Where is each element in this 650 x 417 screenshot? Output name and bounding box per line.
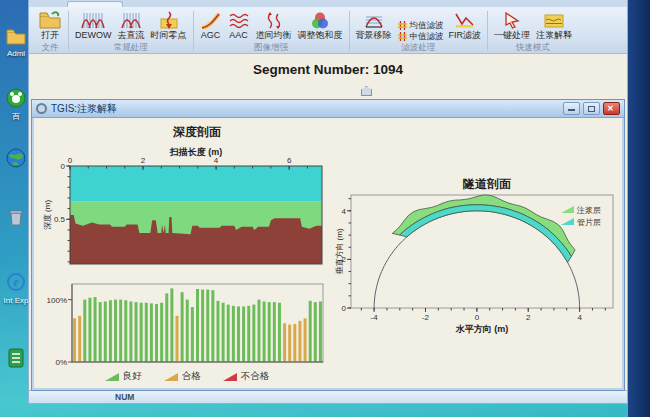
mean-filter-icon — [397, 20, 408, 31]
maximize-button[interactable] — [583, 102, 600, 115]
one-click-cursor-icon — [502, 11, 522, 30]
folder-icon — [5, 31, 27, 48]
minimize-button[interactable] — [563, 102, 580, 115]
grouting-layers-icon — [543, 11, 565, 30]
svg-text:0: 0 — [342, 304, 347, 313]
agc-curve-icon — [200, 11, 222, 30]
legend-item-合格: 合格 — [164, 370, 201, 383]
maximize-icon — [588, 106, 595, 112]
svg-text:2: 2 — [141, 156, 146, 165]
quality-bar-chart: 100%0% — [42, 280, 332, 368]
ribbon-button-fir-filter[interactable]: FIR滤波 — [446, 10, 485, 42]
ribbon-group-file: 打开 文件 — [33, 9, 67, 53]
ribbon-button-saturation[interactable]: 调整饱和度 — [295, 10, 346, 42]
sheet-icon — [7, 354, 25, 371]
ribbon-tab-strip — [29, 0, 627, 7]
dewow-arcs-icon — [80, 11, 106, 30]
desktop-icon-admin-folder[interactable]: Admi — [2, 28, 30, 58]
saturation-circles-icon — [310, 11, 330, 30]
status-bar: NUM — [29, 390, 627, 403]
ribbon: 打开 文件 DEWOW — [29, 7, 627, 54]
ribbon-button-mean-filter[interactable]: 均值滤波 — [395, 20, 446, 31]
ribbon-button-one-click[interactable]: 一键处理 — [491, 10, 533, 42]
ribbon-separator — [349, 11, 350, 51]
svg-text:0%: 0% — [55, 358, 67, 367]
ribbon-separator — [487, 11, 488, 51]
tgis-window-title: TGIS:注浆解释 — [51, 102, 563, 116]
ribbon-group-quick-mode: 一键处理 注浆解释 快速模式 — [489, 9, 577, 53]
svg-text:4: 4 — [214, 156, 219, 165]
ie-icon: e — [6, 278, 26, 295]
ribbon-group-image-enhancement: AGC AAC 道间均衡 — [195, 9, 348, 53]
ribbon-button-median-filter[interactable]: 中值滤波 — [395, 31, 446, 42]
screen-bezel — [628, 0, 650, 417]
svg-text:0: 0 — [68, 156, 73, 165]
ribbon-button-background-removal[interactable]: 背景移除 — [353, 10, 395, 42]
desktop-icon-label: 百 — [2, 112, 30, 121]
tgis-window: TGIS:注浆解释 深度剖面 扫描长度 (m)024600.5深度 (m) 10… — [31, 99, 625, 391]
svg-text:注浆层: 注浆层 — [576, 206, 601, 215]
ribbon-group-filter-processing: 背景移除 均值滤波 — [351, 9, 487, 53]
ribbon-button-open[interactable]: 打开 — [35, 9, 65, 42]
svg-text:垂直方向 (m): 垂直方向 (m) — [335, 228, 344, 275]
ribbon-button-grouting-interpretation[interactable]: 注浆解释 — [533, 10, 575, 42]
ribbon-group-regular-processing: DEWOW 去直流 时间零点 — [70, 9, 192, 53]
median-filter-icon — [397, 31, 408, 42]
bar-chart-legend: 良好合格不合格 — [42, 370, 332, 383]
svg-text:0.5: 0.5 — [54, 215, 66, 224]
desktop-icon-label: Admi — [2, 49, 30, 58]
ribbon-button-agc[interactable]: AGC — [197, 10, 225, 42]
desktop-icon-label: Int Exp — [2, 296, 30, 305]
close-icon — [607, 105, 614, 113]
ribbon-button-time-zero[interactable]: 时间零点 — [148, 10, 190, 42]
ribbon-separator — [68, 11, 69, 51]
app-content: Segment Number: 1094 TGIS:注浆解释 深度剖面 扫描长度… — [29, 54, 627, 390]
ribbon-button-dewow[interactable]: DEWOW — [72, 10, 115, 42]
svg-text:水平方向 (m): 水平方向 (m) — [455, 324, 509, 334]
depth-profile-title: 深度剖面 — [72, 124, 322, 141]
svg-text:6: 6 — [287, 156, 292, 165]
svg-text:-2: -2 — [422, 313, 430, 322]
svg-text:4: 4 — [342, 207, 347, 216]
segment-slider-thumb[interactable] — [361, 86, 372, 96]
desktop-icon-column: Admi 百 e Int Exp — [0, 0, 30, 417]
ribbon-separator — [193, 11, 194, 51]
trace-balance-icon — [264, 11, 284, 30]
legend-item-不合格: 不合格 — [223, 370, 270, 383]
svg-text:-4: -4 — [371, 313, 379, 322]
dc-remove-arcs-icon — [120, 11, 142, 30]
desktop-icon-spreadsheet[interactable] — [2, 348, 30, 372]
background-removal-icon — [363, 11, 385, 30]
tunnel-profile-chart: -4-2024024水平方向 (m)垂直方向 (m)注浆层管片层 — [335, 190, 623, 338]
num-lock-indicator: NUM — [115, 392, 134, 402]
tgis-titlebar[interactable]: TGIS:注浆解释 — [32, 100, 624, 118]
ribbon-button-aac[interactable]: AAC — [225, 10, 253, 42]
time-zero-icon — [159, 11, 179, 30]
ribbon-tab[interactable] — [67, 1, 123, 7]
folder-open-icon — [38, 10, 62, 30]
close-button[interactable] — [603, 102, 620, 115]
aac-waves-icon — [228, 11, 250, 30]
minimize-icon — [568, 109, 575, 111]
fir-filter-icon — [454, 11, 476, 30]
green-circle-icon — [6, 94, 26, 111]
desktop: Admi 百 e Int Exp — [0, 0, 650, 417]
desktop-icon-baidu[interactable]: 百 — [2, 88, 30, 121]
desktop-icon-globe[interactable] — [2, 148, 30, 172]
tgis-content: 深度剖面 扫描长度 (m)024600.5深度 (m) 100%0% 良好合格不… — [32, 118, 624, 390]
segment-number-label: Segment Number: 1094 — [29, 62, 627, 77]
ribbon-button-dc-remove[interactable]: 去直流 — [115, 10, 148, 42]
desktop-icon-internet-explorer[interactable]: e Int Exp — [2, 272, 30, 305]
svg-text:深度 (m): 深度 (m) — [43, 200, 52, 231]
svg-text:管片层: 管片层 — [577, 218, 601, 227]
tgis-window-icon — [36, 103, 47, 114]
desktop-icon-recycle-bin[interactable] — [2, 208, 30, 230]
svg-text:2: 2 — [526, 313, 531, 322]
legend-item-良好: 良好 — [105, 370, 142, 383]
svg-text:4: 4 — [577, 313, 582, 322]
app-window: 打开 文件 DEWOW — [28, 0, 628, 404]
globe-icon — [6, 154, 26, 171]
ribbon-button-trace-balance[interactable]: 道间均衡 — [253, 10, 295, 42]
svg-text:0: 0 — [475, 313, 480, 322]
svg-text:100%: 100% — [47, 296, 67, 305]
